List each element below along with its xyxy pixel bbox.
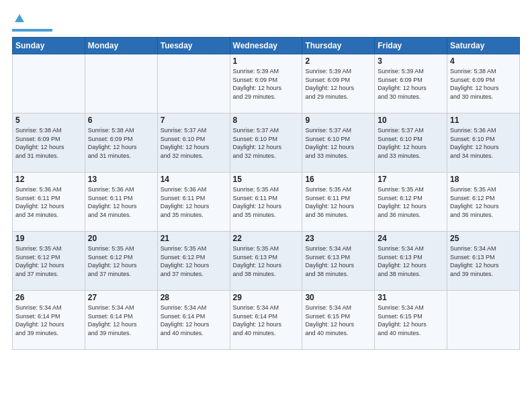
calendar-cell: 5Sunrise: 5:38 AM Sunset: 6:09 PM Daylig…: [13, 113, 85, 173]
day-info: Sunrise: 5:34 AM Sunset: 6:14 PM Dayligh…: [233, 304, 300, 337]
calendar-cell: [157, 54, 230, 113]
day-info: Sunrise: 5:39 AM Sunset: 6:09 PM Dayligh…: [305, 67, 371, 101]
day-info: Sunrise: 5:39 AM Sunset: 6:09 PM Dayligh…: [378, 67, 444, 101]
calendar-cell: 17Sunrise: 5:35 AM Sunset: 6:12 PM Dayli…: [375, 173, 447, 232]
day-info: Sunrise: 5:35 AM Sunset: 6:13 PM Dayligh…: [233, 244, 300, 278]
calendar-cell: 18Sunrise: 5:35 AM Sunset: 6:12 PM Dayli…: [447, 173, 520, 232]
calendar-cell: 31Sunrise: 5:34 AM Sunset: 6:15 PM Dayli…: [375, 291, 447, 350]
calendar-cell: 11Sunrise: 5:36 AM Sunset: 6:10 PM Dayli…: [447, 113, 520, 173]
day-number: 6: [88, 116, 154, 125]
calendar-cell: 28Sunrise: 5:34 AM Sunset: 6:14 PM Dayli…: [157, 291, 230, 350]
day-header-thursday: Thursday: [302, 38, 375, 54]
calendar-cell: 9Sunrise: 5:37 AM Sunset: 6:10 PM Daylig…: [302, 113, 375, 173]
day-info: Sunrise: 5:34 AM Sunset: 6:14 PM Dayligh…: [161, 304, 227, 337]
logo: [12, 12, 52, 32]
calendar-cell: 8Sunrise: 5:37 AM Sunset: 6:10 PM Daylig…: [230, 113, 302, 173]
calendar-cell: 22Sunrise: 5:35 AM Sunset: 6:13 PM Dayli…: [230, 232, 302, 291]
day-number: 8: [233, 116, 300, 125]
calendar-cell: 23Sunrise: 5:34 AM Sunset: 6:13 PM Dayli…: [302, 232, 375, 291]
calendar-cell: 30Sunrise: 5:34 AM Sunset: 6:15 PM Dayli…: [302, 291, 375, 350]
calendar-cell: 27Sunrise: 5:34 AM Sunset: 6:14 PM Dayli…: [85, 291, 157, 350]
day-number: 4: [450, 56, 517, 66]
day-info: Sunrise: 5:36 AM Sunset: 6:10 PM Dayligh…: [450, 126, 517, 160]
days-of-week-row: SundayMondayTuesdayWednesdayThursdayFrid…: [13, 38, 520, 54]
day-number: 14: [161, 175, 227, 184]
day-number: 30: [305, 293, 371, 302]
day-header-monday: Monday: [85, 38, 157, 54]
day-number: 12: [15, 175, 82, 184]
day-number: 7: [161, 116, 227, 125]
day-info: Sunrise: 5:38 AM Sunset: 6:09 PM Dayligh…: [450, 67, 517, 101]
calendar-cell: 3Sunrise: 5:39 AM Sunset: 6:09 PM Daylig…: [375, 54, 447, 113]
day-info: Sunrise: 5:35 AM Sunset: 6:12 PM Dayligh…: [450, 185, 517, 219]
day-number: 11: [450, 116, 517, 125]
calendar-cell: 26Sunrise: 5:34 AM Sunset: 6:14 PM Dayli…: [13, 291, 85, 350]
day-number: 29: [233, 293, 300, 302]
day-info: Sunrise: 5:34 AM Sunset: 6:14 PM Dayligh…: [15, 304, 82, 337]
day-header-saturday: Saturday: [447, 38, 520, 54]
calendar-cell: 21Sunrise: 5:35 AM Sunset: 6:12 PM Dayli…: [157, 232, 230, 291]
calendar-cell: 29Sunrise: 5:34 AM Sunset: 6:14 PM Dayli…: [230, 291, 302, 350]
calendar-cell: [447, 291, 520, 350]
page: SundayMondayTuesdayWednesdayThursdayFrid…: [0, 0, 532, 357]
day-number: 21: [161, 234, 227, 243]
calendar-cell: 6Sunrise: 5:38 AM Sunset: 6:09 PM Daylig…: [85, 113, 157, 173]
calendar-body: 1Sunrise: 5:39 AM Sunset: 6:09 PM Daylig…: [13, 54, 520, 350]
day-number: 28: [161, 293, 227, 302]
day-info: Sunrise: 5:35 AM Sunset: 6:12 PM Dayligh…: [88, 244, 154, 278]
calendar-cell: [13, 54, 85, 113]
calendar-cell: 1Sunrise: 5:39 AM Sunset: 6:09 PM Daylig…: [230, 54, 302, 113]
calendar-cell: 12Sunrise: 5:36 AM Sunset: 6:11 PM Dayli…: [13, 173, 85, 232]
calendar-cell: 16Sunrise: 5:35 AM Sunset: 6:11 PM Dayli…: [302, 173, 375, 232]
day-info: Sunrise: 5:35 AM Sunset: 6:12 PM Dayligh…: [15, 244, 82, 278]
day-number: 24: [378, 234, 444, 243]
day-info: Sunrise: 5:38 AM Sunset: 6:09 PM Dayligh…: [15, 126, 82, 160]
calendar-cell: 10Sunrise: 5:37 AM Sunset: 6:10 PM Dayli…: [375, 113, 447, 173]
day-info: Sunrise: 5:34 AM Sunset: 6:13 PM Dayligh…: [305, 244, 371, 278]
day-number: 15: [233, 175, 300, 184]
day-header-friday: Friday: [375, 38, 447, 54]
day-number: 3: [378, 56, 444, 66]
calendar-cell: [85, 54, 157, 113]
day-info: Sunrise: 5:37 AM Sunset: 6:10 PM Dayligh…: [305, 126, 371, 160]
week-row-2: 5Sunrise: 5:38 AM Sunset: 6:09 PM Daylig…: [13, 113, 520, 173]
svg-marker-0: [15, 14, 24, 22]
calendar-cell: 19Sunrise: 5:35 AM Sunset: 6:12 PM Dayli…: [13, 232, 85, 291]
day-info: Sunrise: 5:35 AM Sunset: 6:12 PM Dayligh…: [161, 244, 227, 278]
day-header-tuesday: Tuesday: [157, 38, 230, 54]
logo-bar: [12, 29, 52, 32]
logo-icon: [13, 13, 26, 25]
day-info: Sunrise: 5:35 AM Sunset: 6:11 PM Dayligh…: [233, 185, 300, 219]
day-number: 19: [15, 234, 82, 243]
day-number: 18: [450, 175, 517, 184]
day-number: 16: [305, 175, 371, 184]
day-info: Sunrise: 5:36 AM Sunset: 6:11 PM Dayligh…: [161, 185, 227, 219]
calendar-cell: 4Sunrise: 5:38 AM Sunset: 6:09 PM Daylig…: [447, 54, 520, 113]
week-row-5: 26Sunrise: 5:34 AM Sunset: 6:14 PM Dayli…: [13, 291, 520, 350]
calendar-cell: 20Sunrise: 5:35 AM Sunset: 6:12 PM Dayli…: [85, 232, 157, 291]
calendar-cell: 2Sunrise: 5:39 AM Sunset: 6:09 PM Daylig…: [302, 54, 375, 113]
day-info: Sunrise: 5:39 AM Sunset: 6:09 PM Dayligh…: [233, 67, 300, 101]
week-row-4: 19Sunrise: 5:35 AM Sunset: 6:12 PM Dayli…: [13, 232, 520, 291]
day-number: 1: [233, 56, 300, 66]
day-info: Sunrise: 5:34 AM Sunset: 6:14 PM Dayligh…: [88, 304, 154, 337]
day-number: 26: [15, 293, 82, 302]
day-number: 23: [305, 234, 371, 243]
day-info: Sunrise: 5:35 AM Sunset: 6:11 PM Dayligh…: [305, 185, 371, 219]
calendar-cell: 14Sunrise: 5:36 AM Sunset: 6:11 PM Dayli…: [157, 173, 230, 232]
day-info: Sunrise: 5:34 AM Sunset: 6:15 PM Dayligh…: [378, 304, 444, 337]
day-number: 10: [378, 116, 444, 125]
logo-text: [12, 12, 26, 27]
day-number: 2: [305, 56, 371, 66]
day-info: Sunrise: 5:34 AM Sunset: 6:13 PM Dayligh…: [378, 244, 444, 278]
day-number: 13: [88, 175, 154, 184]
day-number: 17: [378, 175, 444, 184]
day-number: 31: [378, 293, 444, 302]
day-number: 22: [233, 234, 300, 243]
day-number: 5: [15, 116, 82, 125]
day-info: Sunrise: 5:35 AM Sunset: 6:12 PM Dayligh…: [378, 185, 444, 219]
day-number: 9: [305, 116, 371, 125]
calendar-cell: 25Sunrise: 5:34 AM Sunset: 6:13 PM Dayli…: [447, 232, 520, 291]
week-row-1: 1Sunrise: 5:39 AM Sunset: 6:09 PM Daylig…: [13, 54, 520, 113]
calendar-cell: 13Sunrise: 5:36 AM Sunset: 6:11 PM Dayli…: [85, 173, 157, 232]
